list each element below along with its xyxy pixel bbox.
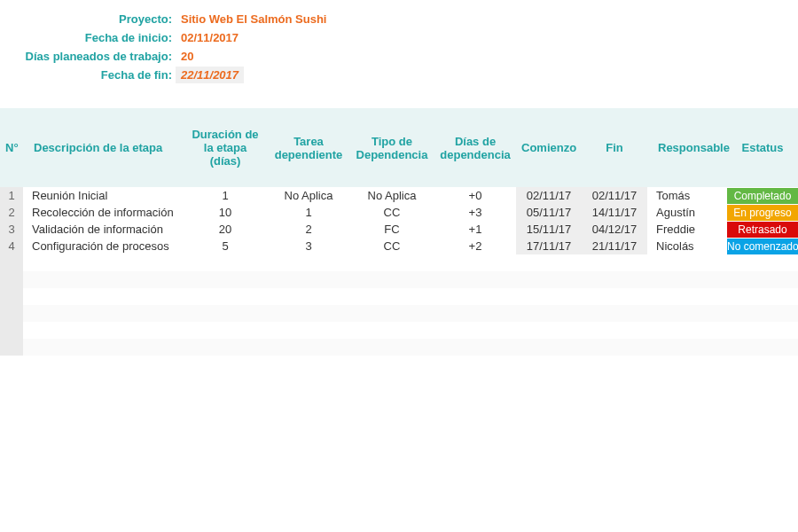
cell-duration[interactable]: 20 (183, 221, 268, 238)
cell-empty[interactable] (727, 288, 798, 305)
cell-dep[interactable]: 2 (268, 221, 349, 238)
cell-deptype[interactable]: CC (349, 238, 434, 254)
cell-empty[interactable] (582, 254, 647, 271)
cell-empty[interactable] (434, 271, 516, 288)
cell-empty[interactable] (268, 339, 349, 356)
table-row[interactable]: 2Recolección de información101CC+305/11/… (0, 204, 798, 221)
cell-status[interactable]: Retrasado (727, 221, 798, 238)
cell-empty[interactable] (23, 322, 183, 339)
cell-empty[interactable] (434, 322, 516, 339)
summary-value-project[interactable]: Sitio Web El Salmón Sushi (176, 11, 332, 27)
cell-empty[interactable] (582, 288, 647, 305)
table-row-empty[interactable] (0, 254, 798, 271)
table-row[interactable]: 3Validación de información202FC+115/11/1… (0, 221, 798, 238)
cell-empty[interactable] (183, 271, 268, 288)
cell-empty[interactable] (183, 305, 268, 322)
cell-depdays[interactable]: +3 (434, 204, 516, 221)
table-row-empty[interactable] (0, 322, 798, 339)
cell-empty[interactable] (0, 254, 23, 271)
cell-desc[interactable]: Configuración de procesos (23, 238, 183, 254)
cell-empty[interactable] (0, 339, 23, 356)
cell-empty[interactable] (23, 339, 183, 356)
cell-empty[interactable] (434, 339, 516, 356)
cell-empty[interactable] (727, 254, 798, 271)
cell-empty[interactable] (434, 305, 516, 322)
cell-depdays[interactable]: +2 (434, 238, 516, 254)
cell-empty[interactable] (349, 322, 434, 339)
cell-empty[interactable] (516, 271, 582, 288)
cell-deptype[interactable]: No Aplica (349, 187, 434, 204)
table-row-empty[interactable] (0, 305, 798, 322)
cell-empty[interactable] (434, 288, 516, 305)
cell-empty[interactable] (349, 254, 434, 271)
cell-empty[interactable] (183, 339, 268, 356)
summary-value-planned-days[interactable]: 20 (176, 48, 199, 65)
table-row[interactable]: 4Configuración de procesos53CC+217/11/17… (0, 238, 798, 254)
cell-empty[interactable] (434, 254, 516, 271)
table-row[interactable]: 1Reunión Inicial1No AplicaNo Aplica+002/… (0, 187, 798, 204)
cell-empty[interactable] (516, 322, 582, 339)
cell-empty[interactable] (582, 271, 647, 288)
cell-empty[interactable] (727, 322, 798, 339)
cell-empty[interactable] (0, 322, 23, 339)
cell-status[interactable]: Completado (727, 187, 798, 204)
cell-deptype[interactable]: FC (349, 221, 434, 238)
cell-empty[interactable] (23, 288, 183, 305)
cell-empty[interactable] (268, 288, 349, 305)
cell-empty[interactable] (268, 322, 349, 339)
cell-empty[interactable] (268, 305, 349, 322)
cell-resp[interactable]: Agustín (647, 204, 727, 221)
cell-dep[interactable]: 3 (268, 238, 349, 254)
cell-empty[interactable] (516, 254, 582, 271)
table-row-empty[interactable] (0, 339, 798, 356)
cell-empty[interactable] (268, 254, 349, 271)
cell-empty[interactable] (516, 339, 582, 356)
cell-empty[interactable] (183, 254, 268, 271)
cell-duration[interactable]: 10 (183, 204, 268, 221)
cell-empty[interactable] (0, 271, 23, 288)
cell-empty[interactable] (647, 305, 727, 322)
cell-empty[interactable] (516, 288, 582, 305)
cell-empty[interactable] (349, 271, 434, 288)
cell-empty[interactable] (268, 271, 349, 288)
cell-empty[interactable] (582, 305, 647, 322)
table-row-empty[interactable] (0, 271, 798, 288)
cell-empty[interactable] (0, 288, 23, 305)
cell-desc[interactable]: Validación de información (23, 221, 183, 238)
cell-desc[interactable]: Recolección de información (23, 204, 183, 221)
cell-deptype[interactable]: CC (349, 204, 434, 221)
cell-empty[interactable] (349, 339, 434, 356)
cell-empty[interactable] (647, 271, 727, 288)
cell-resp[interactable]: Nicolás (647, 238, 727, 254)
cell-empty[interactable] (23, 305, 183, 322)
cell-resp[interactable]: Freddie (647, 221, 727, 238)
summary-value-start[interactable]: 02/11/2017 (176, 29, 244, 46)
cell-empty[interactable] (647, 254, 727, 271)
cell-empty[interactable] (349, 288, 434, 305)
cell-dep[interactable]: No Aplica (268, 187, 349, 204)
cell-desc[interactable]: Reunión Inicial (23, 187, 183, 204)
cell-empty[interactable] (516, 305, 582, 322)
cell-empty[interactable] (647, 322, 727, 339)
cell-empty[interactable] (183, 322, 268, 339)
cell-empty[interactable] (23, 254, 183, 271)
cell-depdays[interactable]: +0 (434, 187, 516, 204)
cell-empty[interactable] (647, 288, 727, 305)
cell-empty[interactable] (0, 305, 23, 322)
cell-empty[interactable] (727, 271, 798, 288)
cell-duration[interactable]: 1 (183, 187, 268, 204)
cell-empty[interactable] (349, 305, 434, 322)
table-row-empty[interactable] (0, 288, 798, 305)
cell-empty[interactable] (582, 339, 647, 356)
cell-empty[interactable] (727, 305, 798, 322)
cell-resp[interactable]: Tomás (647, 187, 727, 204)
cell-status[interactable]: En progreso (727, 204, 798, 221)
cell-duration[interactable]: 5 (183, 238, 268, 254)
cell-empty[interactable] (647, 339, 727, 356)
cell-empty[interactable] (727, 339, 798, 356)
cell-empty[interactable] (23, 271, 183, 288)
cell-dep[interactable]: 1 (268, 204, 349, 221)
cell-depdays[interactable]: +1 (434, 221, 516, 238)
cell-status[interactable]: No comenzado (727, 238, 798, 254)
cell-empty[interactable] (582, 322, 647, 339)
